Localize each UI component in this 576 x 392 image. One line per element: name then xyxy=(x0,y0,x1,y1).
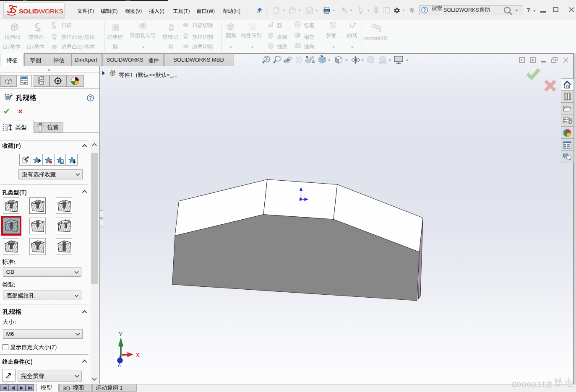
svg-text:?: ? xyxy=(89,95,92,101)
svg-text:A: A xyxy=(312,59,315,64)
svg-text:X: X xyxy=(136,352,140,358)
svg-text:?: ? xyxy=(423,8,426,13)
svg-text:Z: Z xyxy=(117,361,121,368)
svg-text:Y: Y xyxy=(118,331,123,337)
